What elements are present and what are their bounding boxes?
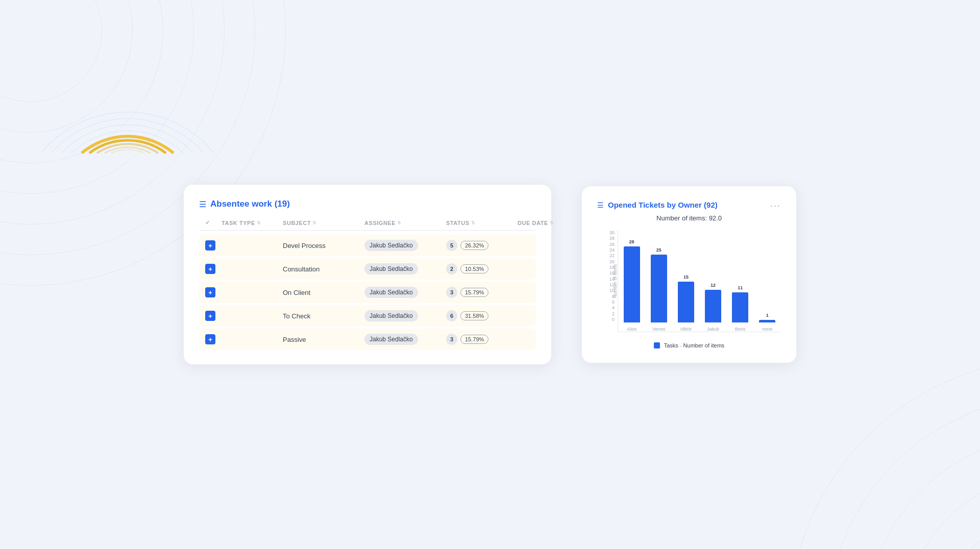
chart-area: 30 28 26 24 22 20 18 16 14 12 10 8 6 4 2… <box>597 230 781 332</box>
chart-icon: ☰ <box>597 201 604 209</box>
chart-title-group: ☰ Opened Tickets by Owner (92) <box>597 201 718 209</box>
bar-item: 1 none <box>759 313 775 332</box>
table-body: + Devel Process Jakub Sedlačko 5 26.32% … <box>199 235 536 350</box>
sort-icon-assignee: ⇅ <box>397 220 402 226</box>
row-expand-btn[interactable]: + <box>205 264 222 274</box>
sort-icon-task-type: ⇅ <box>257 220 261 226</box>
bar-value: 15 <box>683 274 689 280</box>
th-subject[interactable]: SUBJECT ⇅ <box>283 219 364 226</box>
row-status: 2 10.53% <box>446 263 518 274</box>
row-assignee: Jakub Sedlačko <box>364 334 446 345</box>
sort-icon-status: ⇅ <box>471 220 476 226</box>
row-subject: Consultation <box>283 264 364 273</box>
table-row[interactable]: + Passive Jakub Sedlačko 3 15.79% <box>199 329 536 350</box>
th-task-type[interactable]: TASK TYPE ⇅ <box>222 219 283 226</box>
row-expand-btn[interactable]: + <box>205 287 222 297</box>
table-row[interactable]: + Consultation Jakub Sedlačko 2 10.53% <box>199 258 536 280</box>
chart-title-text: Opened Tickets by Owner (92) <box>608 201 718 209</box>
row-assignee: Jakub Sedlačko <box>364 240 446 251</box>
card-title-text: Absentee work (19) <box>210 199 290 209</box>
bar-fill <box>759 320 775 322</box>
row-assignee: Jakub Sedlačko <box>364 287 446 298</box>
bar-item: 28 Alois <box>624 239 640 332</box>
bar-fill <box>624 246 640 322</box>
row-assignee: Jakub Sedlačko <box>364 310 446 321</box>
table-header: ✓ TASK TYPE ⇅ SUBJECT ⇅ ASSIGNEE ⇅ STATU… <box>199 219 536 231</box>
row-status: 6 31.58% <box>446 310 518 321</box>
chart-card: ☰ Opened Tickets by Owner (92) ··· Numbe… <box>582 186 796 363</box>
bar-fill <box>678 282 694 322</box>
bar-value: 28 <box>629 239 634 244</box>
bar-fill <box>732 292 748 322</box>
bar-label: Jakub <box>707 327 719 332</box>
bar-label: Viktór <box>680 327 692 332</box>
th-status[interactable]: STATUS ⇅ <box>446 219 518 226</box>
bar-value: 12 <box>710 283 716 288</box>
table-row[interactable]: + To Check Jakub Sedlačko 6 31.58% <box>199 305 536 327</box>
bar-value: 11 <box>738 285 743 290</box>
bar-value: 25 <box>656 247 662 253</box>
check-icon: ✓ <box>205 219 210 226</box>
table-row[interactable]: + Devel Process Jakub Sedlačko 5 26.32% <box>199 235 536 256</box>
row-subject: Passive <box>283 335 364 344</box>
sort-icon-subject: ⇅ <box>312 220 317 226</box>
chart-menu-button[interactable]: ··· <box>770 201 781 211</box>
legend-color-box <box>654 342 660 348</box>
row-expand-btn[interactable]: + <box>205 240 222 251</box>
bars-container: 28 Alois 25 Veroni 15 Viktór 12 Jakub 11… <box>618 230 781 332</box>
bar-value: 1 <box>766 313 769 318</box>
table-row[interactable]: + On Client Jakub Sedlačko 3 15.79% <box>199 282 536 303</box>
card-title: ☰ Absentee work (19) <box>199 199 536 209</box>
bar-fill <box>705 290 721 322</box>
bar-label: Boris <box>735 327 746 332</box>
table-card: ☰ Absentee work (19) ✓ TASK TYPE ⇅ SUBJE… <box>184 185 551 364</box>
bar-item: 12 Jakub <box>705 283 721 332</box>
bar-item: 15 Viktór <box>678 274 694 332</box>
y-axis-title: Number of items <box>612 264 618 298</box>
chart-header: ☰ Opened Tickets by Owner (92) ··· <box>597 201 781 211</box>
row-subject: Devel Process <box>283 241 364 250</box>
th-due-date[interactable]: DUE DATE ⇅ <box>518 219 579 226</box>
bar-label: Veroni <box>652 327 666 332</box>
row-subject: On Client <box>283 288 364 297</box>
bar-item: 11 Boris <box>732 285 748 332</box>
row-subject: To Check <box>283 311 364 320</box>
row-expand-btn[interactable]: + <box>205 334 222 344</box>
chart-legend: Tasks - Number of items <box>597 342 781 348</box>
row-assignee: Jakub Sedlačko <box>364 263 446 274</box>
row-status: 3 15.79% <box>446 287 518 298</box>
th-assignee[interactable]: ASSIGNEE ⇅ <box>364 219 446 226</box>
table-icon: ☰ <box>199 199 206 209</box>
bar-fill <box>651 255 667 322</box>
row-status: 3 15.79% <box>446 334 518 345</box>
chart-subtitle: Number of items: 92.0 <box>597 214 781 222</box>
bar-label: none <box>762 327 772 332</box>
bar-label: Alois <box>627 327 637 332</box>
legend-text: Tasks - Number of items <box>664 342 725 348</box>
row-expand-btn[interactable]: + <box>205 311 222 321</box>
bar-item: 25 Veroni <box>651 247 667 332</box>
row-status: 5 26.32% <box>446 240 518 251</box>
sort-icon-due-date: ⇅ <box>550 220 554 226</box>
th-check: ✓ <box>205 219 222 226</box>
